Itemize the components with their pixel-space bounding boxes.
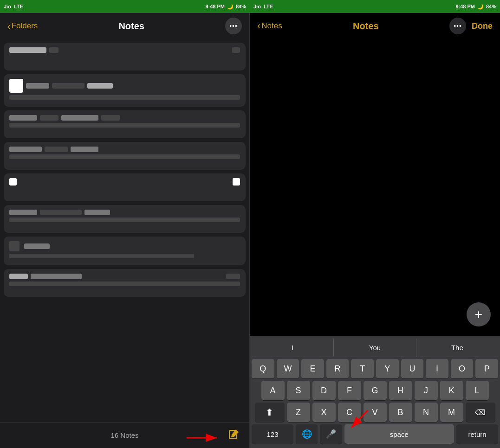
- more-icon2: •••: [454, 22, 462, 30]
- pred-item-the[interactable]: The: [416, 339, 498, 357]
- new-note-button[interactable]: +: [467, 302, 491, 326]
- network1: LTE: [14, 4, 23, 9]
- right-nav-actions: ••• Done: [449, 18, 493, 34]
- pred-item-you[interactable]: You: [334, 339, 416, 357]
- done-button[interactable]: Done: [472, 21, 493, 31]
- note-item[interactable]: [4, 237, 246, 265]
- key-a[interactable]: A: [261, 381, 285, 400]
- key-r[interactable]: R: [326, 359, 349, 378]
- backspace-icon: ⌫: [475, 408, 486, 417]
- notes-back-button[interactable]: ‹ Notes: [257, 20, 282, 32]
- folders-back-label: Folders: [12, 21, 38, 31]
- carrier2: Jio: [253, 4, 261, 9]
- notes-count: 16 Notes: [110, 431, 138, 439]
- key-g[interactable]: G: [364, 381, 387, 400]
- right-nav: ‹ Notes Notes ••• Done: [250, 13, 500, 39]
- note-item[interactable]: [4, 74, 246, 107]
- mic-key[interactable]: 🎤: [320, 424, 342, 444]
- note-editor[interactable]: +: [250, 39, 500, 336]
- key-c[interactable]: C: [338, 403, 361, 422]
- time1: 9:48 PM: [205, 4, 225, 9]
- keyboard-row-3: ⬆ Z X C V B N M ⌫: [252, 403, 498, 422]
- key-u[interactable]: U: [401, 359, 424, 378]
- left-panel: ‹ Folders Notes •••: [0, 13, 250, 448]
- plus-icon: +: [475, 308, 482, 321]
- status-bar-right: Jio LTE 9:48 PM 🌙 84%: [250, 4, 500, 10]
- network2: LTE: [264, 4, 273, 9]
- key-q[interactable]: Q: [252, 359, 274, 378]
- compose-button[interactable]: [226, 428, 242, 443]
- time2: 9:48 PM: [455, 4, 475, 9]
- keyboard-row-2: A S D F G H J K L: [252, 381, 498, 400]
- mic-icon: 🎤: [326, 429, 336, 439]
- left-panel-title: Notes: [38, 21, 225, 32]
- moon-icon2: 🌙: [477, 4, 484, 10]
- compose-icon: [228, 428, 240, 443]
- chevron-left-icon2: ‹: [257, 20, 260, 32]
- key-f[interactable]: F: [338, 381, 361, 400]
- key-n[interactable]: N: [415, 403, 438, 422]
- key-t[interactable]: T: [351, 359, 374, 378]
- notes-back-label: Notes: [261, 21, 282, 31]
- globe-key[interactable]: 🌐: [296, 424, 318, 444]
- notes-list[interactable]: [0, 39, 249, 422]
- note-item[interactable]: [4, 269, 246, 297]
- backspace-key[interactable]: ⌫: [466, 403, 495, 422]
- left-footer: 16 Notes: [0, 422, 249, 448]
- status-bar: Jio LTE 9:48 PM 🌙 84% Jio LTE 9:48 PM 🌙 …: [0, 0, 500, 13]
- right-panel-title: Notes: [282, 21, 449, 32]
- right-panel: ‹ Notes Notes ••• Done + I You The: [250, 13, 500, 448]
- key-i[interactable]: I: [426, 359, 448, 378]
- shift-icon: ⬆: [266, 407, 273, 418]
- pred-item-i[interactable]: I: [252, 339, 334, 357]
- shift-key[interactable]: ⬆: [255, 403, 285, 422]
- key-x[interactable]: X: [312, 403, 336, 422]
- arrow-annotation: [184, 429, 221, 447]
- key-w[interactable]: W: [277, 359, 299, 378]
- chevron-left-icon: ‹: [7, 21, 11, 32]
- key-s[interactable]: S: [287, 381, 310, 400]
- moon-icon: 🌙: [227, 4, 234, 10]
- key-j[interactable]: J: [415, 381, 438, 400]
- key-m[interactable]: M: [440, 403, 463, 422]
- space-key[interactable]: space: [344, 424, 454, 444]
- note-item[interactable]: [4, 110, 246, 138]
- battery2: 84%: [486, 4, 496, 9]
- return-key[interactable]: return: [456, 424, 498, 444]
- key-e[interactable]: E: [301, 359, 324, 378]
- left-more-button[interactable]: •••: [225, 18, 242, 34]
- key-b[interactable]: B: [389, 403, 412, 422]
- keyboard-row-1: Q W E R T Y U I O P: [252, 359, 498, 378]
- predictive-bar: I You The: [252, 339, 498, 357]
- more-icon: •••: [229, 22, 238, 30]
- globe-icon: 🌐: [302, 429, 312, 439]
- key-o[interactable]: O: [451, 359, 474, 378]
- key-l[interactable]: L: [466, 381, 489, 400]
- note-item[interactable]: [4, 142, 246, 170]
- right-more-button[interactable]: •••: [449, 18, 466, 34]
- carrier1: Jio: [4, 4, 11, 9]
- keyboard-row-4: 123 🌐 🎤 space return: [252, 424, 498, 444]
- key-k[interactable]: K: [440, 381, 463, 400]
- folders-back-button[interactable]: ‹ Folders: [7, 21, 38, 32]
- left-nav: ‹ Folders Notes •••: [0, 13, 249, 39]
- key-z[interactable]: Z: [287, 403, 310, 422]
- keyboard: I You The Q W E R T Y U I O P A S D: [250, 336, 500, 448]
- key-h[interactable]: H: [389, 381, 412, 400]
- status-bar-left: Jio LTE 9:48 PM 🌙 84%: [0, 4, 250, 10]
- numbers-key[interactable]: 123: [252, 424, 293, 444]
- note-item[interactable]: [4, 205, 246, 233]
- key-p[interactable]: P: [475, 359, 498, 378]
- key-d[interactable]: D: [312, 381, 336, 400]
- note-item[interactable]: [4, 173, 246, 201]
- key-v[interactable]: V: [364, 403, 387, 422]
- main-content: ‹ Folders Notes •••: [0, 13, 500, 448]
- battery1: 84%: [236, 4, 246, 9]
- note-item[interactable]: [4, 43, 246, 70]
- key-y[interactable]: Y: [376, 359, 399, 378]
